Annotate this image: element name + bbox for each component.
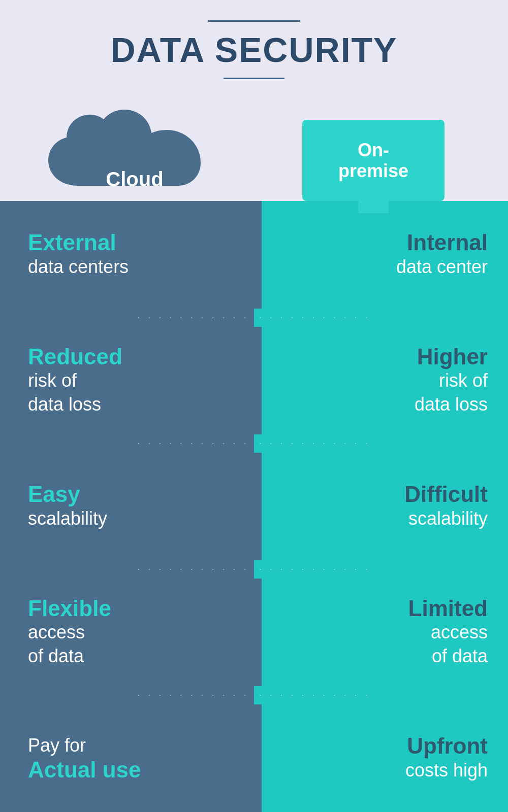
row-cost: Pay for Actual use Upfront costs high	[0, 704, 508, 812]
cloud-risk-normal: risk ofdata loss	[28, 369, 234, 417]
cloud-risk-cell: Reduced risk ofdata loss	[0, 327, 262, 434]
dots-left-4: · · · · · · · · · · ·	[138, 691, 249, 700]
cloud-scalability-highlight: Easy	[28, 482, 234, 506]
cloud-label: Cloud	[106, 168, 163, 191]
cloud-scalability-normal: scalability	[28, 507, 234, 531]
cloud-cost-prefix: Pay for	[28, 734, 234, 758]
divider-2: · · · · · · · · · · · · · · · · · · · · …	[0, 434, 508, 453]
onpremise-access-highlight: Limited	[408, 596, 488, 621]
onpremise-access-cell: Limited accessof data	[262, 579, 508, 686]
cloud-shape: Cloud	[48, 110, 221, 201]
divider-3: · · · · · · · · · · · · · · · · · · · · …	[0, 560, 508, 579]
page-title: DATA SECURITY	[10, 30, 498, 70]
header-section: DATA SECURITY	[0, 0, 508, 89]
onpremise-scalability-normal: scalability	[408, 507, 488, 531]
cloud-access-normal: accessof data	[28, 621, 234, 668]
dots-right-4: · · · · · · · · · · ·	[259, 691, 370, 700]
cloud-location-cell: External data centers	[0, 201, 262, 309]
divider-left-1: · · · · · · · · · · ·	[0, 309, 254, 327]
cloud-risk-highlight: Reduced	[28, 345, 234, 369]
row-access: Flexible accessof data Limited accessof …	[0, 579, 508, 686]
divider-right-2: · · · · · · · · · · ·	[254, 434, 508, 453]
title-line-top	[208, 20, 300, 22]
row-scalability: Easy scalability Difficult scalability	[0, 453, 508, 560]
cloud-access-highlight: Flexible	[28, 596, 234, 621]
onpremise-location-highlight: Internal	[407, 230, 488, 255]
dots-left-3: · · · · · · · · · · ·	[138, 565, 249, 574]
row-location: External data centers Internal data cent…	[0, 201, 508, 309]
cloud-column-header: Cloud	[15, 110, 254, 201]
divider-right-3: · · · · · · · · · · ·	[254, 560, 508, 579]
divider-left-3: · · · · · · · · · · ·	[0, 560, 254, 579]
cloud-cost-highlight: Actual use	[28, 758, 234, 782]
page: DATA SECURITY Cloud On-premise External …	[0, 0, 508, 812]
monitor-box: On-premise	[302, 120, 444, 201]
cloud-location-highlight: External	[28, 230, 234, 255]
onpremise-risk-highlight: Higher	[417, 345, 488, 369]
divider-right-1: · · · · · · · · · · ·	[254, 309, 508, 327]
dots-right-3: · · · · · · · · · · ·	[259, 565, 370, 574]
onpremise-scalability-highlight: Difficult	[404, 482, 488, 506]
onpremise-label: On-premise	[338, 140, 408, 182]
dots-left-1: · · · · · · · · · · ·	[138, 313, 249, 322]
onpremise-location-normal: data center	[396, 255, 488, 279]
row-risk: Reduced risk ofdata loss Higher risk ofd…	[0, 327, 508, 434]
onpremise-scalability-cell: Difficult scalability	[262, 453, 508, 560]
onpremise-risk-cell: Higher risk ofdata loss	[262, 327, 508, 434]
dots-right-2: · · · · · · · · · · ·	[259, 439, 370, 448]
divider-4: · · · · · · · · · · · · · · · · · · · · …	[0, 686, 508, 704]
divider-right-4: · · · · · · · · · · ·	[254, 686, 508, 704]
divider-1: · · · · · · · · · · · · · · · · · · · · …	[0, 309, 508, 327]
cloud-location-normal: data centers	[28, 255, 234, 279]
onpremise-access-normal: accessof data	[431, 621, 488, 668]
onpremise-risk-normal: risk ofdata loss	[415, 369, 488, 417]
title-line-bottom	[224, 78, 284, 79]
cloud-access-cell: Flexible accessof data	[0, 579, 262, 686]
dots-right-1: · · · · · · · · · · ·	[259, 313, 370, 322]
column-headers: Cloud On-premise	[0, 89, 508, 201]
onpremise-cost-normal: costs high	[405, 759, 488, 783]
onpremise-location-cell: Internal data center	[262, 201, 508, 309]
onpremise-cost-cell: Upfront costs high	[262, 704, 508, 812]
cloud-cost-cell: Pay for Actual use	[0, 704, 262, 812]
content-area: External data centers Internal data cent…	[0, 201, 508, 812]
onpremise-cost-highlight: Upfront	[407, 734, 488, 758]
cloud-scalability-cell: Easy scalability	[0, 453, 262, 560]
dots-left-2: · · · · · · · · · · ·	[138, 439, 249, 448]
onpremise-column-header: On-premise	[254, 120, 493, 201]
divider-left-2: · · · · · · · · · · ·	[0, 434, 254, 453]
divider-left-4: · · · · · · · · · · ·	[0, 686, 254, 704]
